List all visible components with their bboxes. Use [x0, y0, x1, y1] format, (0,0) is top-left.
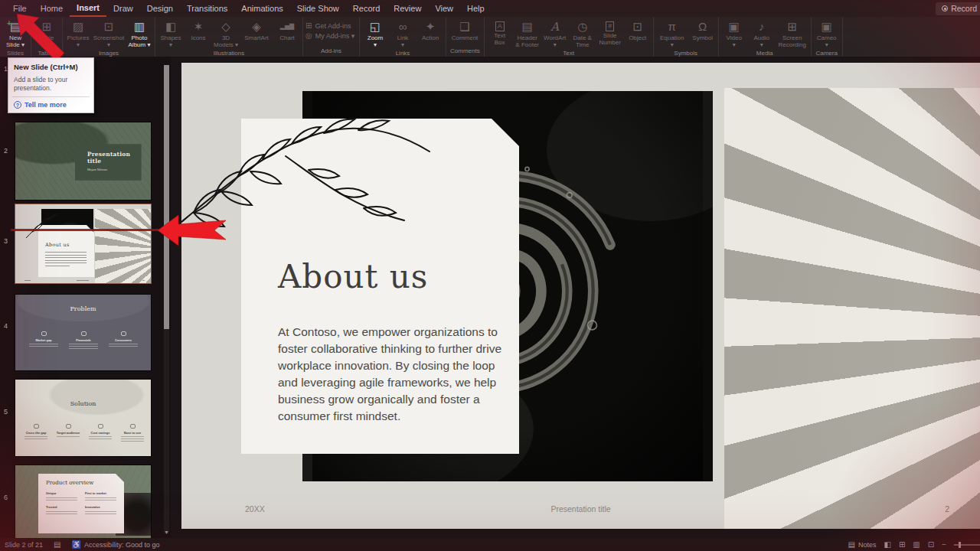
table-button[interactable]: ⊞ Table ▾	[34, 19, 60, 48]
zoom-out-icon[interactable]: −	[942, 540, 946, 549]
tooltip-body: Add a slide to your presentation.	[14, 76, 88, 92]
title-bar: File Home Insert Draw Design Transitions…	[0, 0, 980, 17]
notes-button[interactable]: ▤ Notes	[848, 540, 877, 549]
tab-view[interactable]: View	[428, 0, 460, 17]
ribbon-group-links: ◱ Zoom ▾ ∞ Link ▾ ✦ Action Links	[360, 17, 446, 57]
display-settings-icon[interactable]: ▤	[54, 540, 60, 549]
cross-the-gap-icon	[34, 424, 39, 429]
slide-thumbnail-4[interactable]: Solution Cross the gap Target audience C…	[15, 380, 151, 456]
reading-view-icon[interactable]: ▥	[913, 540, 920, 549]
new-slide-button[interactable]: ▤ New Slide ▾	[2, 19, 28, 48]
tab-home[interactable]: Home	[34, 0, 70, 17]
equation-button[interactable]: π Equation ▾	[656, 19, 688, 48]
date-time-icon: ◷	[577, 20, 587, 34]
ribbon-group-tables: ⊞ Table ▾ Tables	[31, 17, 63, 57]
slide-number-button[interactable]: # Slide Number	[597, 19, 623, 46]
group-label-camera: Camera	[814, 48, 840, 59]
tab-help[interactable]: Help	[460, 0, 492, 17]
slideshow-icon[interactable]: ⊡	[928, 540, 934, 549]
slide-thumbnail-3[interactable]: Problem Market gap Financials Consumers	[15, 295, 151, 370]
video-button[interactable]: ▣ Video ▾	[721, 19, 747, 48]
thumbnail-number-3: 3	[4, 237, 8, 245]
text-box-icon: A	[495, 21, 505, 31]
3d-models-button[interactable]: ◇ 3D Models ▾	[213, 19, 239, 48]
slide-thumbnail-1[interactable]: Presentation title Mirjam Nilsson	[15, 122, 151, 200]
pictures-button[interactable]: ▨ Pictures ▾	[65, 19, 91, 48]
slide-thumbnail-5[interactable]: Product overview Unique First to market …	[15, 465, 151, 538]
object-button[interactable]: ⊡ Object	[625, 19, 651, 41]
title-block: Presentation title Mirjam Nilsson	[75, 144, 142, 180]
screen-recording-button[interactable]: ⊞ Screen Recording	[776, 19, 808, 48]
icons-button[interactable]: ✶ Icons	[185, 19, 211, 41]
slide-thumbnail-2-selected[interactable]: About us	[15, 204, 151, 283]
link-button[interactable]: ∞ Link ▾	[390, 19, 416, 48]
thumb2-footer	[15, 276, 151, 283]
tab-record[interactable]: Record	[346, 0, 387, 17]
current-slide-canvas[interactable]: About us At Contoso, we empower organiza…	[181, 63, 980, 529]
footer-presentation-title[interactable]: Presentation title	[181, 504, 980, 514]
thumbnail-scrollbar-thumb[interactable]	[164, 65, 169, 329]
slide-thumbnail-pane: 1 Presentation title Mirjam Nilsson 2 Ab…	[0, 57, 171, 538]
help-question-icon: ?	[14, 101, 21, 109]
record-button[interactable]: Record	[936, 2, 980, 15]
link-icon: ∞	[399, 20, 407, 34]
slide-title[interactable]: About us	[278, 258, 428, 295]
tab-insert[interactable]: Insert	[70, 0, 106, 17]
accessibility-checker[interactable]: ♿ Accessibility: Good to go	[72, 540, 160, 549]
cameo-button[interactable]: ▣ Cameo ▾	[814, 19, 840, 48]
wordart-button[interactable]: A WordArt ▾	[542, 19, 568, 48]
slide-editor-area: About us At Contoso, we empower organiza…	[171, 57, 980, 538]
zoom-slider[interactable]	[954, 544, 980, 546]
screenshot-button[interactable]: ⊡ Screenshot ▾	[93, 19, 125, 48]
header-footer-button[interactable]: ▤ Header & Footer	[514, 19, 541, 48]
tab-slide-show[interactable]: Slide Show	[290, 0, 346, 17]
record-icon	[942, 5, 948, 11]
tab-review[interactable]: Review	[387, 0, 428, 17]
zoom-slider-thumb[interactable]	[959, 542, 961, 548]
ribbon-group-media: ▣ Video ▾ ♪ Audio ▾ ⊞ Screen Recording M…	[719, 17, 812, 57]
photo-album-button[interactable]: ▥ Photo Album ▾	[126, 19, 152, 48]
tab-design[interactable]: Design	[140, 0, 180, 17]
tooltip-title: New Slide (Ctrl+M)	[14, 63, 88, 71]
my-add-ins-button[interactable]: ◎ My Add-ins ▾	[305, 32, 354, 40]
ribbon-group-comments: ❑ Comment Comments	[446, 17, 485, 57]
slide-number-icon: #	[606, 21, 614, 31]
tell-me-more-link[interactable]: ? Tell me more	[14, 101, 88, 109]
smartart-button[interactable]: ◈ SmartArt	[240, 19, 273, 41]
ribbon-tabs: File Home Insert Draw Design Transitions…	[0, 0, 492, 17]
zoom-button[interactable]: ◱ Zoom ▾	[362, 19, 388, 48]
footer-slide-number[interactable]: 2	[945, 504, 949, 514]
action-button[interactable]: ✦ Action	[417, 19, 443, 41]
chart-button[interactable]: ▂▅▇ Chart	[274, 19, 300, 41]
cameo-icon: ▣	[822, 20, 832, 34]
thumbnail-number-5: 5	[4, 408, 8, 416]
symbol-icon: Ω	[698, 20, 707, 34]
shapes-button[interactable]: ◧ Shapes ▾	[158, 19, 184, 48]
product-overview-card-mini: Product overview Unique First to market …	[38, 474, 124, 533]
date-time-button[interactable]: ◷ Date & Time	[570, 19, 596, 48]
audio-button[interactable]: ♪ Audio ▾	[749, 19, 775, 48]
group-label-add-ins: Add-ins	[305, 46, 357, 57]
tab-file[interactable]: File	[6, 0, 34, 17]
normal-view-icon[interactable]: ◧	[884, 540, 890, 549]
target-audience-icon	[66, 424, 71, 429]
slide-body-text[interactable]: At Contoso, we empower organizations to …	[278, 324, 509, 425]
slide-sorter-icon[interactable]: ⊞	[899, 540, 905, 549]
thumbnail-number-6: 6	[4, 494, 8, 501]
wordart-icon: A	[550, 20, 559, 34]
tab-transitions[interactable]: Transitions	[180, 0, 234, 17]
symbol-button[interactable]: Ω Symbol	[690, 19, 716, 41]
scroll-down-arrow-icon[interactable]: ▼	[164, 530, 169, 535]
thumb3-title: Problem	[15, 305, 151, 312]
get-add-ins-button[interactable]: ⊞ Get Add-ins	[305, 22, 351, 30]
action-icon: ✦	[426, 20, 436, 34]
botanical-branch-art	[181, 63, 435, 246]
ribbon-group-camera: ▣ Cameo ▾ Camera	[812, 17, 843, 57]
tab-draw[interactable]: Draw	[106, 0, 140, 17]
ribbon-group-add-ins: ⊞ Get Add-ins ◎ My Add-ins ▾ Add-ins	[303, 17, 360, 57]
ribbon-group-symbols: π Equation ▾ Ω Symbol Symbols	[654, 17, 719, 57]
comment-button[interactable]: ❑ Comment	[449, 19, 481, 41]
table-icon: ⊞	[42, 20, 52, 34]
text-box-button[interactable]: A Text Box	[487, 19, 513, 46]
tab-animations[interactable]: Animations	[234, 0, 289, 17]
